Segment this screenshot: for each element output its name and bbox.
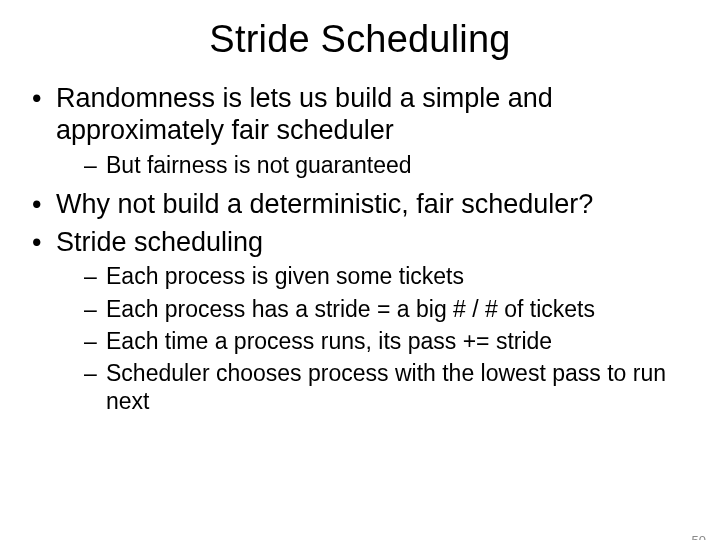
bullet-item: Why not build a deterministic, fair sche… [30, 189, 690, 221]
bullet-list: Randomness is lets us build a simple and… [30, 83, 690, 415]
sub-bullet-list: But fairness is not guaranteed [56, 151, 690, 179]
slide: Stride Scheduling Randomness is lets us … [0, 18, 720, 540]
slide-body: Randomness is lets us build a simple and… [0, 83, 720, 415]
sub-bullet-list: Each process is given some tickets Each … [56, 262, 690, 414]
sub-bullet-item: Each process has a stride = a big # / # … [84, 295, 690, 323]
slide-title: Stride Scheduling [0, 18, 720, 61]
bullet-text: Stride scheduling [56, 227, 263, 257]
page-number: 50 [692, 533, 706, 540]
bullet-text: Randomness is lets us build a simple and… [56, 83, 553, 145]
sub-bullet-item: Scheduler chooses process with the lowes… [84, 359, 690, 415]
sub-bullet-item: But fairness is not guaranteed [84, 151, 690, 179]
sub-bullet-item: Each process is given some tickets [84, 262, 690, 290]
bullet-item: Stride scheduling Each process is given … [30, 227, 690, 415]
sub-bullet-item: Each time a process runs, its pass += st… [84, 327, 690, 355]
bullet-item: Randomness is lets us build a simple and… [30, 83, 690, 179]
